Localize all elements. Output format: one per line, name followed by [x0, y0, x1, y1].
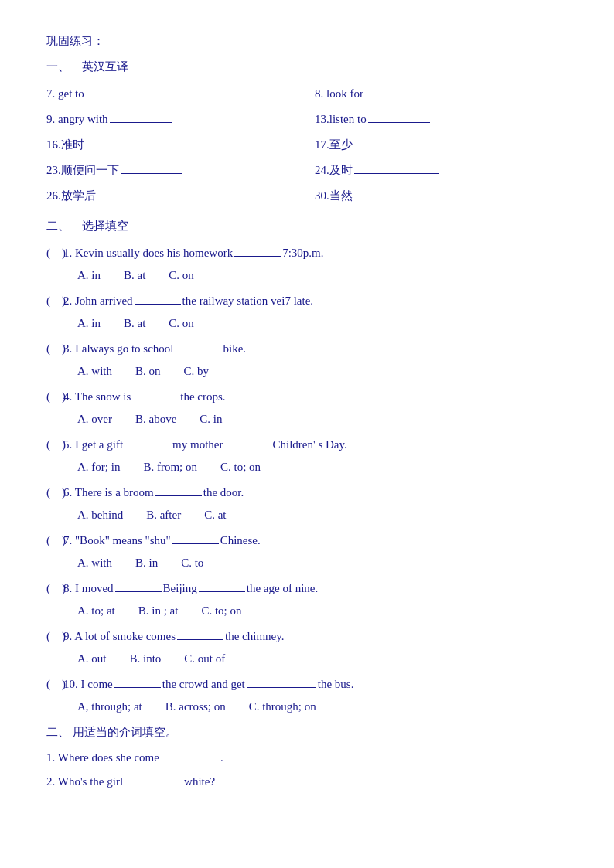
q8-blank1	[115, 578, 162, 592]
trans-num-26: 26.放学后	[46, 186, 96, 206]
question-1: ( ) 1. Kevin usually does his homework 7…	[46, 243, 568, 286]
q10-mid: the crowd and get	[162, 674, 245, 695]
section2-header: 二、 选择填空	[46, 216, 568, 237]
q4-optB: B. above	[135, 409, 176, 430]
q6-optA: A. behind	[77, 505, 123, 526]
fq2-blank	[125, 771, 182, 785]
question-5: ( ) 5. I get a gift my mother Children' …	[46, 434, 568, 478]
q3-optB: B. on	[135, 361, 161, 382]
q2-options: A. in B. at C. on	[77, 313, 568, 334]
q7-bracket: ( )	[46, 530, 63, 551]
q9-bracket: ( )	[46, 626, 63, 647]
q5-optC: C. to; on	[220, 457, 261, 478]
q7-optA: A. with	[77, 553, 112, 574]
question-7: ( ) 7. "Book" means "shu" Chinese. A. wi…	[46, 530, 568, 574]
q4-num: 4. The snow is	[63, 386, 131, 407]
q5-blank1	[125, 434, 171, 448]
q9-optB: B. into	[130, 648, 162, 669]
q7-num: 7. "Book" means "shu"	[63, 530, 171, 551]
q4-options: A. over B. above C. in	[77, 409, 568, 430]
q8-after: the age of nine.	[247, 578, 318, 599]
q1-options: A. in B. at C. on	[77, 265, 568, 286]
question-3: ( ) 3. I always go to school bike. A. wi…	[46, 339, 568, 382]
q5-bracket: ( )	[46, 434, 63, 455]
q2-blank	[135, 291, 181, 305]
translation-item-8: 8. look for	[315, 83, 568, 104]
q1-optC: C. on	[169, 265, 194, 286]
q9-options: A. out B. into C. out of	[77, 648, 568, 669]
section3-header: 二、 用适当的介词填空。	[46, 722, 568, 743]
q10-num: 10. I come	[63, 674, 113, 695]
q10-bracket: ( )	[46, 674, 63, 695]
translation-item-26: 26.放学后	[46, 186, 299, 206]
question-10: ( ) 10. I come the crowd and get the bus…	[46, 674, 568, 717]
translation-item-17: 17.至少	[315, 134, 568, 155]
question-9: ( ) 9. A lot of smoke comes the chimney.…	[46, 626, 568, 669]
q6-after: the door.	[203, 482, 244, 503]
trans-num-16: 16.准时	[46, 134, 84, 155]
trans-num-17: 17.至少	[315, 134, 353, 155]
q5-after: Children' s Day.	[272, 434, 346, 455]
q5-blank2	[224, 434, 271, 448]
q2-num: 2. John arrived	[63, 291, 133, 311]
q7-optC: C. to	[181, 553, 203, 574]
section2-title: 选择填空	[82, 216, 128, 237]
q7-after: Chinese.	[220, 530, 261, 551]
question-4: ( ) 4. The snow is the crops. A. over B.…	[46, 386, 568, 430]
fq1-num: 1. Where does she come	[46, 747, 159, 768]
trans-blank-23	[121, 160, 182, 174]
q3-num: 3. I always go to school	[63, 339, 173, 359]
q7-line: ( ) 7. "Book" means "shu" Chinese.	[46, 530, 568, 551]
q1-blank	[234, 243, 281, 257]
q8-optA: A. to; at	[77, 601, 115, 621]
q4-after: the crops.	[180, 386, 225, 407]
q10-options: A, through; at B. across; on C. through;…	[77, 696, 568, 717]
q10-blank1	[114, 674, 161, 688]
page-title: 巩固练习：	[46, 31, 568, 52]
q4-blank	[132, 386, 179, 400]
q2-after: the railway station vei7 late.	[182, 291, 314, 311]
fill-question-2: 2. Who's the girl white?	[46, 771, 568, 792]
q6-optB: B. after	[146, 505, 181, 526]
q3-optA: A. with	[77, 361, 112, 382]
question-8: ( ) 8. I moved Beijing the age of nine. …	[46, 578, 568, 621]
q5-optB: B. from; on	[143, 457, 197, 478]
fq2-line: 2. Who's the girl white?	[46, 771, 568, 792]
trans-blank-26	[97, 186, 182, 199]
trans-blank-24	[354, 160, 439, 174]
q1-optA: A. in	[77, 265, 101, 286]
translation-item-23: 23.顺便问一下	[46, 160, 299, 181]
q7-options: A. with B. in C. to	[77, 553, 568, 574]
q9-line: ( ) 9. A lot of smoke comes the chimney.	[46, 626, 568, 647]
trans-blank-17	[354, 134, 439, 148]
q1-optB: B. at	[124, 265, 145, 286]
q5-line: ( ) 5. I get a gift my mother Children' …	[46, 434, 568, 455]
section1-header: 一、 英汉互译	[46, 56, 568, 77]
section2-label: 二、	[46, 216, 70, 237]
q9-optC: C. out of	[184, 648, 225, 669]
q8-optC: C. to; on	[201, 601, 241, 621]
q6-blank	[155, 482, 202, 496]
q9-blank	[177, 626, 223, 640]
q8-mid: Beijing	[163, 578, 197, 599]
q10-optC: C. through; on	[249, 696, 316, 717]
q1-bracket: ( )	[46, 243, 63, 264]
q6-bracket: ( )	[46, 482, 63, 503]
q3-after: bike.	[223, 339, 246, 359]
trans-blank-13	[368, 109, 430, 123]
q1-after: 7:30p.m.	[282, 243, 323, 264]
trans-blank-7	[86, 83, 171, 97]
section3-label: 二、	[46, 726, 70, 738]
translation-grid: 7. get to 8. look for 9. angry with 13.l…	[46, 83, 568, 209]
q4-optC: C. in	[200, 409, 222, 430]
q6-options: A. behind B. after C. at	[77, 505, 568, 526]
q6-line: ( ) 6. There is a broom the door.	[46, 482, 568, 503]
q2-optC: C. on	[169, 313, 194, 334]
fq2-after: white?	[184, 771, 215, 792]
q10-after: the bus.	[318, 674, 354, 695]
q6-num: 6. There is a broom	[63, 482, 154, 503]
question-6: ( ) 6. There is a broom the door. A. beh…	[46, 482, 568, 526]
q4-optA: A. over	[77, 409, 112, 430]
q5-optA: A. for; in	[77, 457, 120, 478]
q9-num: 9. A lot of smoke comes	[63, 626, 176, 647]
